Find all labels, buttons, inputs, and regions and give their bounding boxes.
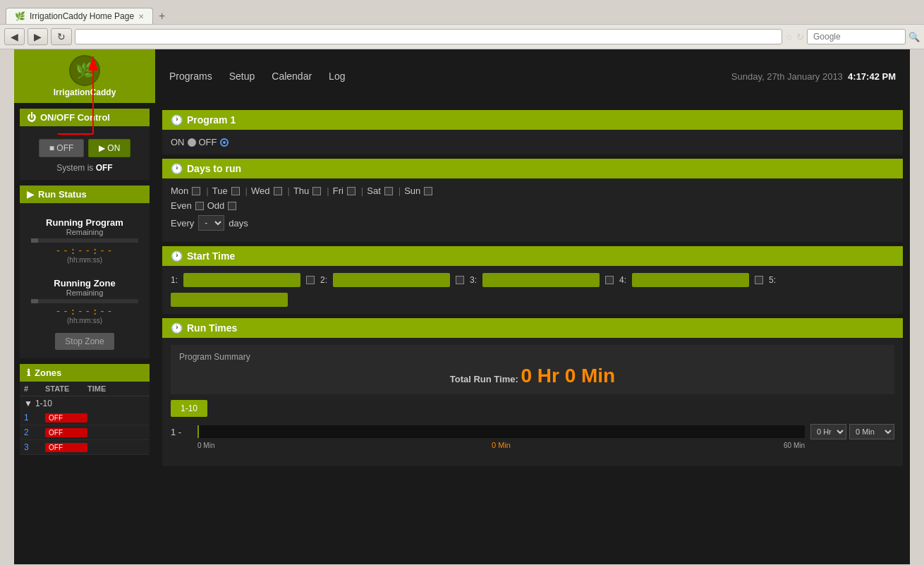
wed-checkbox[interactable]: [274, 187, 282, 195]
start-time-content: 1: 12:00 pm 2: 12:00 pm 3: 12:00 pm 4: 1…: [162, 266, 903, 314]
search-go-icon[interactable]: 🔍: [908, 32, 920, 42]
fri-checkbox[interactable]: [347, 187, 355, 195]
on-indicator: ▶: [99, 143, 105, 153]
time5-label: 5:: [769, 275, 776, 285]
even-checkbox[interactable]: [195, 202, 204, 210]
clock-icon-run: 🕐: [171, 322, 183, 334]
time4-checkbox[interactable]: [605, 276, 614, 284]
days-header: 🕐 Days to run: [162, 159, 903, 178]
time5-input[interactable]: 12:00 pm: [171, 293, 288, 307]
total-run-label: Total Run Time:: [450, 374, 521, 384]
every-select[interactable]: - 1 2 3: [198, 215, 224, 231]
total-run-value: 0 Hr 0 Min: [521, 365, 615, 387]
program-remaining-label: Remaining: [31, 228, 138, 236]
col-num: #: [24, 384, 45, 393]
onoff-content: ■ OFF ▶ ON System is OFF: [20, 126, 150, 180]
nav-programs[interactable]: Programs: [169, 71, 212, 82]
program-summary-label: Program Summary: [179, 352, 886, 362]
odd-checkbox[interactable]: [228, 202, 236, 210]
tab-icon: 🌿: [15, 11, 25, 21]
browser-window: 🌿 IrrigationCaddy Home Page ✕ + ◀ ▶ ↻ 16…: [0, 0, 924, 565]
sun-checkbox[interactable]: [424, 187, 432, 195]
reload-icon[interactable]: ↻: [796, 32, 804, 42]
nav-setup[interactable]: Setup: [229, 71, 255, 82]
nav-calendar[interactable]: Calendar: [272, 71, 312, 82]
zone-num-3[interactable]: 3: [24, 442, 45, 452]
right-panel: 🕐 Program 1 ON OFF: [155, 103, 910, 478]
run-times-content: Program Summary Total Run Time: 0 Hr 0 M…: [162, 338, 903, 466]
on-label: ON: [171, 137, 185, 147]
zone-time-display: --:--:--: [31, 305, 138, 317]
tue-checkbox[interactable]: [231, 187, 240, 195]
program-time-display: --:--:--: [31, 245, 138, 256]
run-times-title: Run Times: [187, 322, 237, 334]
time-text: 4:17:42 PM: [848, 71, 896, 82]
new-tab-button[interactable]: +: [153, 8, 171, 24]
stop-zone-button[interactable]: Stop Zone: [55, 333, 114, 350]
onoff-title: ON/OFF Control: [40, 112, 110, 123]
time4-label: 4:: [619, 275, 626, 285]
forward-button[interactable]: ▶: [28, 28, 48, 45]
zones-table-header: # STATE TIME: [20, 382, 150, 396]
zone-tab-1-10[interactable]: 1-10: [171, 400, 207, 417]
thu-label: Thu: [293, 186, 309, 196]
tue-label: Tue: [212, 186, 228, 196]
program-header: 🕐 Program 1: [162, 110, 903, 130]
even-odd-row: Even Odd: [171, 200, 894, 211]
run-hr-select[interactable]: 0 Hr 1 Hr 2 Hr: [810, 424, 846, 439]
left-panel: ⏻ ON/OFF Control ■ OFF ▶ ON: [14, 103, 155, 478]
run-min-select[interactable]: 0 Min 5 Min 10 Min 15 Min 30 Min: [849, 424, 894, 439]
tab-close-button[interactable]: ✕: [138, 13, 144, 20]
time5-checkbox[interactable]: [755, 276, 763, 284]
wed-label: Wed: [251, 186, 270, 196]
bar-60min-label: 60 Min: [784, 442, 805, 449]
sat-label: Sat: [367, 186, 381, 196]
program-hhmmss: (hh:mm:ss): [31, 256, 138, 264]
power-icon: ⏻: [27, 112, 36, 123]
zone-num-2[interactable]: 2: [24, 427, 45, 437]
back-button[interactable]: ◀: [4, 28, 25, 45]
time4-input[interactable]: 12:00 pm: [632, 273, 749, 287]
onoff-buttons: ■ OFF ▶ ON: [27, 139, 142, 157]
time1-label: 1:: [171, 275, 178, 285]
sat-checkbox[interactable]: [384, 187, 393, 195]
nav-log[interactable]: Log: [329, 71, 345, 82]
on-radio[interactable]: [188, 138, 196, 147]
search-input[interactable]: [807, 29, 906, 44]
address-bar[interactable]: 169.254.1.1: [75, 29, 782, 44]
refresh-button[interactable]: ↻: [51, 28, 72, 45]
zones-title: Zones: [35, 367, 61, 378]
bookmark-icon[interactable]: ☆: [785, 32, 794, 42]
clock-icon-start: 🕐: [171, 250, 183, 262]
play-icon: ▶: [27, 189, 34, 200]
every-label: Every: [171, 218, 194, 229]
mon-checkbox[interactable]: [192, 187, 200, 195]
onoff-header: ⏻ ON/OFF Control: [20, 109, 150, 126]
thu-checkbox[interactable]: [312, 187, 321, 195]
zone-state-2: OFF: [45, 428, 87, 437]
zone-group: ▼ 1-10: [20, 396, 150, 411]
nav-links: Programs Setup Calendar Log: [169, 71, 345, 82]
time1-input[interactable]: 12:00 pm: [183, 273, 300, 287]
tab-bar: 🌿 IrrigationCaddy Home Page ✕ +: [0, 0, 924, 24]
off-radio[interactable]: [220, 138, 229, 147]
zone-time-bar: [31, 299, 138, 303]
off-label: OFF: [199, 137, 217, 147]
time2-checkbox[interactable]: [306, 276, 315, 284]
time2-input[interactable]: 12:00 pm: [333, 273, 450, 287]
page-content: 🌿 IrrigationCaddy Programs Setup Calenda…: [14, 49, 910, 564]
on-button[interactable]: ▶ ON: [88, 139, 130, 157]
run-times-section: 🕐 Run Times Program Summary Total Run Ti…: [162, 318, 903, 466]
zone-num-1[interactable]: 1: [24, 413, 45, 423]
browser-tab[interactable]: 🌿 IrrigationCaddy Home Page ✕: [6, 8, 153, 24]
bar-0min-label: 0 Min: [197, 442, 214, 449]
site-header: 🌿 IrrigationCaddy Programs Setup Calenda…: [14, 49, 910, 103]
header-datetime: Sunday, 27th January 2013 4:17:42 PM: [731, 71, 896, 82]
running-zone-label: Running Zone: [31, 278, 138, 288]
zone-state-3: OFF: [45, 443, 87, 452]
off-button[interactable]: ■ OFF: [39, 139, 85, 157]
time3-input[interactable]: 12:00 pm: [482, 273, 600, 287]
program-time-bar: [31, 238, 138, 243]
time3-checkbox[interactable]: [456, 276, 464, 284]
header-nav: Programs Setup Calendar Log Sunday, 27th…: [155, 49, 910, 103]
